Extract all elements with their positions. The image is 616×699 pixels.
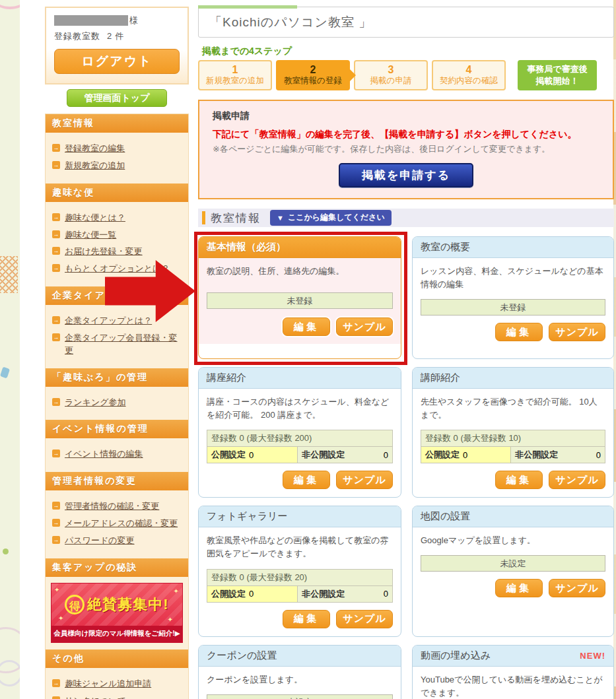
main-column: 「Koichiのパソコン教室 」 掲載までの4ステップ 1 新規教室の追加 2 … — [198, 7, 614, 699]
sidebar-item-about-link[interactable]: →リンクについて — [52, 695, 183, 699]
card-description: 講座・コースの内容はスケジュール、料金などを紹介可能。 200 講座まで。 — [207, 395, 393, 422]
card-title: クーポンの設置 — [207, 649, 277, 662]
section-header: 教室情報 ▼ ここから編集してください — [198, 209, 614, 227]
edit-button[interactable]: 編集 — [495, 323, 543, 341]
sidebar-item-genre-request[interactable]: →趣味ジャンル追加申請 — [52, 678, 183, 690]
edge-doodle-crosshatch — [0, 256, 18, 293]
section-title: 教室情報 — [211, 211, 261, 226]
banner-headline: 絶賛募集中! — [87, 595, 168, 615]
promo-banner[interactable]: ✦ ✦ ✦ ✦ 得 絶賛募集中! 会員様向け限定のマル得情報をご紹介!▶ — [51, 583, 183, 643]
edit-here-badge: ▼ ここから編集してください — [270, 210, 392, 226]
user-name-row: 様 — [54, 15, 180, 26]
notice-warning: 下記にて「教室情報」の編集を完了後、【掲載を申請する】ボタンを押してください。 — [213, 129, 599, 141]
cards-grid: 基本情報（必須） 教室の説明、住所、連絡先の編集。 未登録 編集 サンプル — [198, 236, 614, 699]
public-setting-cell: 公開設定0 — [207, 447, 298, 463]
public-setting-cell: 公開設定0 — [421, 447, 511, 463]
notice-title: 掲載申請 — [213, 110, 599, 122]
sidebar-item-shumi-about[interactable]: →趣味な便とは？ — [52, 212, 183, 224]
card-title: 講師紹介 — [421, 372, 460, 384]
step-3: 3 掲載の申請 — [354, 60, 428, 90]
arrow-bullet-icon: → — [52, 536, 60, 544]
registration-stats: 登録数 0 (最大登録数 20) 公開設定0 非公開設定0 — [207, 569, 393, 603]
sidebar-item-ranking[interactable]: →ランキング参加 — [52, 397, 183, 409]
name-suffix: 様 — [129, 15, 138, 26]
edit-button[interactable]: 編集 — [283, 317, 330, 336]
admin-top-button[interactable]: 管理画面トップ — [67, 89, 167, 107]
card-courses: 講座紹介 講座・コースの内容はスケジュール、料金などを紹介可能。 200 講座ま… — [198, 367, 401, 498]
edge-doodle-swirl — [0, 660, 22, 686]
steps-panel: 掲載までの4ステップ 1 新規教室の追加 2 教室情報の登録 3 掲載の申請 4 — [198, 46, 614, 90]
sidebar-item-admin-confirm[interactable]: →管理者情報の確認・変更 — [52, 500, 183, 513]
steps-heading: 掲載までの4ステップ — [202, 46, 614, 57]
content-area: 様 登録教室数2件 ログアウト 管理画面トップ 教室情報 →登録教室の編集 →新… — [20, 0, 613, 699]
sparkle-icon: ✦ — [174, 587, 179, 595]
review-result-box: 事務局で審査後 掲載開始！ — [518, 60, 597, 90]
user-panel: 様 登録教室数2件 ログアウト — [45, 7, 189, 84]
status-badge: 未登録 — [207, 292, 393, 309]
private-setting-cell: 非公開設定0 — [511, 447, 605, 463]
arrow-bullet-icon: → — [52, 213, 60, 221]
card-title: 教室の概要 — [421, 241, 470, 253]
sample-button[interactable]: サンプル — [549, 579, 605, 597]
edit-button[interactable]: 編集 — [495, 471, 543, 489]
card-title: 基本情報（必須） — [207, 241, 286, 253]
edit-button[interactable]: 編集 — [495, 579, 543, 597]
card-video-embed-wrapper: 動画の埋め込み NEW! YouTubeで公開している動画を埋め込むことができま… — [412, 645, 614, 699]
green-accent-bar — [198, 5, 297, 9]
card-instructors-wrapper: 講師紹介 先生やスタッフを画像つきで紹介可能。 10人まで。 登録数 0 (最大… — [412, 367, 614, 498]
sidebar-menu: 教室情報 →登録教室の編集 →新規教室の追加 趣味な便 →趣味な便とは？ →趣味… — [45, 114, 189, 699]
registered-label: 登録教室数 — [54, 31, 100, 41]
sidebar: 様 登録教室数2件 ログアウト 管理画面トップ 教室情報 →登録教室の編集 →新… — [45, 7, 189, 699]
card-photo-gallery: フォトギャラリー 教室風景や作品などの画像を掲載して教室の雰囲気をアピールできま… — [198, 506, 401, 636]
edit-button[interactable]: 編集 — [283, 471, 330, 489]
card-instructors: 講師紹介 先生やスタッフを画像つきで紹介可能。 10人まで。 登録数 0 (最大… — [412, 367, 614, 498]
card-description: レッスン内容、料金、スケジュールなどの基本情報の編集 — [421, 265, 605, 291]
arrow-bullet-icon: → — [52, 519, 60, 527]
sidebar-item-tieup-about[interactable]: →企業タイアップとは？ — [52, 315, 183, 327]
sidebar-section-shumi-bin: 趣味な便 — [46, 183, 188, 202]
classroom-title-box: 「Koichiのパソコン教室 」 — [198, 7, 614, 38]
sample-button[interactable]: サンプル — [336, 610, 393, 628]
logout-button[interactable]: ログアウト — [54, 49, 180, 74]
notice-note: ※各ページごとに編集が可能です。保存した内容は、後日ログインして変更できます。 — [213, 143, 599, 155]
card-basic-info-wrapper: 基本情報（必須） 教室の説明、住所、連絡先の編集。 未登録 編集 サンプル — [198, 236, 401, 359]
redacted-username — [54, 15, 128, 26]
private-setting-cell: 非公開設定0 — [298, 586, 392, 602]
arrow-bullet-icon: → — [52, 264, 60, 272]
sidebar-item-moratoku-option[interactable]: →もらとくオプションとは？ — [52, 263, 183, 275]
card-description: Googleマップを設置します。 — [421, 534, 605, 547]
sidebar-item-add-classroom[interactable]: →新規教室の追加 — [52, 160, 183, 172]
card-description: 教室の説明、住所、連絡先の編集。 — [207, 265, 393, 278]
page-title: 「Koichiのパソコン教室 」 — [209, 14, 372, 31]
sidebar-item-email-confirm[interactable]: →メールアドレスの確認・変更 — [52, 517, 183, 530]
card-title: フォトギャラリー — [207, 510, 287, 523]
step-4: 4 契約内容の確認 — [432, 60, 506, 90]
sidebar-section-admin-info: 管理者情報の変更 — [46, 472, 188, 490]
private-setting-cell: 非公開設定0 — [298, 447, 392, 463]
card-title: 地図の設置 — [421, 510, 470, 523]
sidebar-item-shumi-list[interactable]: →趣味な便一覧 — [52, 229, 183, 242]
registered-count: 2 — [107, 31, 112, 41]
sample-button[interactable]: サンプル — [336, 317, 393, 336]
sidebar-section-tieup: 企業タイアップ会員 — [46, 286, 188, 305]
sample-button[interactable]: サンプル — [549, 323, 605, 341]
sidebar-item-edit-classroom[interactable]: →登録教室の編集 — [52, 143, 183, 155]
card-map: 地図の設置 Googleマップを設置します。 未設定 編集 サンプル — [412, 506, 614, 636]
status-badge: 未設定 — [421, 555, 605, 572]
sidebar-item-delivery-address[interactable]: →お届け先登録・変更 — [52, 246, 183, 258]
sparkle-icon: ✦ — [168, 616, 173, 623]
arrow-bullet-icon: → — [52, 696, 60, 699]
apply-notice-box: 掲載申請 下記にて「教室情報」の編集を完了後、【掲載を申請する】ボタンを押してく… — [198, 100, 614, 199]
sample-button[interactable]: サンプル — [549, 471, 605, 489]
sample-button[interactable]: サンプル — [336, 471, 393, 489]
sidebar-item-password-change[interactable]: →パスワードの変更 — [52, 535, 183, 547]
arrow-bullet-icon: → — [52, 316, 60, 324]
sidebar-item-event-edit[interactable]: →イベント情報の編集 — [52, 448, 183, 461]
sidebar-item-tieup-register[interactable]: →企業タイアップ会員登録・変更 — [52, 332, 183, 357]
step-1: 1 新規教室の追加 — [198, 60, 272, 90]
sidebar-section-event: イベント情報の管理 — [46, 420, 188, 438]
orange-accent-bar — [202, 211, 205, 224]
apply-button[interactable]: 掲載を申請する — [339, 163, 473, 187]
edit-button[interactable]: 編集 — [283, 610, 330, 628]
card-description: YouTubeで公開している動画を埋め込むことができます。 — [421, 673, 605, 699]
